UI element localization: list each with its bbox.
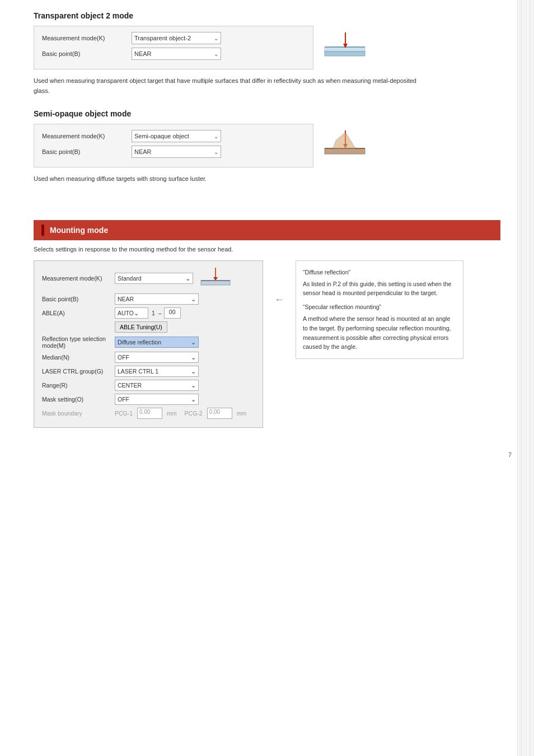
semi-opaque-form-area: Measurement mode(K) Semi-opaque object ⌄… xyxy=(34,124,313,172)
mount-diagram-svg xyxy=(200,267,233,289)
able-dash: – xyxy=(158,310,162,316)
mount-reflection-select[interactable]: Diffuse reflection ⌄ xyxy=(115,337,199,348)
measurement-mode-control: Transparent object-2 ⌄ xyxy=(132,32,221,44)
able-tuning-button[interactable]: ABLE Tuning(U) xyxy=(115,321,167,333)
mounting-body: Selects settings in response to the moun… xyxy=(34,246,500,433)
transparent-object2-form-area: Measurement mode(K) Transparent object-2… xyxy=(34,26,313,74)
basic-point-control: NEAR ⌄ xyxy=(132,48,221,60)
semi-opaque-form: Measurement mode(K) Semi-opaque object ⌄… xyxy=(34,124,313,167)
semi-basic-point-select[interactable]: NEAR ⌄ xyxy=(132,146,221,158)
pcg1-input[interactable]: 0.00 xyxy=(137,408,162,419)
semi-measurement-mode-control: Semi-opaque object ⌄ xyxy=(132,130,221,142)
chevron-down-icon: ⌄ xyxy=(191,354,196,361)
semi-basic-point-label: Basic point(B) xyxy=(42,148,132,155)
mount-able-control: AUTO ⌄ 1 – 00 xyxy=(115,307,181,319)
diffuse-text: As listed in P.2 of this guide, this set… xyxy=(303,279,456,298)
semi-basic-point-control: NEAR ⌄ xyxy=(132,146,221,158)
semi-opaque-diagram xyxy=(322,129,369,162)
specular-text: A method where the sensor head is mounte… xyxy=(303,314,456,352)
mount-diagram xyxy=(200,267,233,291)
svg-marker-9 xyxy=(333,132,355,148)
chevron-down-icon: ⌄ xyxy=(191,339,196,346)
mount-basic-point-control: NEAR ⌄ xyxy=(115,293,199,305)
mounting-layout: Measurement mode(K) Standard ⌄ xyxy=(34,260,500,428)
mount-laser-ctrl-label: LASER CTRL group(G) xyxy=(42,368,115,375)
svg-rect-10 xyxy=(201,281,230,285)
transparent-object2-title: Transparent object 2 mode xyxy=(34,11,500,20)
mount-laser-ctrl-row: LASER CTRL group(G) LASER CTRL 1 ⌄ xyxy=(42,366,255,377)
transparent-object2-section: Transparent object 2 mode Measurement mo… xyxy=(34,11,500,96)
diffuse-heading: “Diffuse reflection” xyxy=(303,268,456,277)
basic-point-select[interactable]: NEAR ⌄ xyxy=(132,48,221,60)
header-bar xyxy=(41,225,44,236)
transparent-object2-description: Used when measuring transparent object t… xyxy=(34,76,425,96)
mount-measurement-mode-select[interactable]: Standard ⌄ xyxy=(115,273,193,284)
mount-mask-setting-control: OFF ⌄ xyxy=(115,394,199,405)
mount-mask-boundary-label: Mask boundary xyxy=(42,410,115,417)
chevron-down-icon: ⌄ xyxy=(191,368,196,375)
mounting-mode-header: Mounting mode xyxy=(34,220,500,240)
chevron-down-icon: ⌄ xyxy=(214,51,218,57)
mount-able-row: ABLE(A) AUTO ⌄ 1 – 00 xyxy=(42,307,255,319)
mount-basic-point-select[interactable]: NEAR ⌄ xyxy=(115,293,199,305)
mounting-mode-section: Mounting mode Selects settings in respon… xyxy=(34,220,500,433)
arrow-connector: ← xyxy=(274,294,284,306)
mount-measurement-mode-label: Measurement mode(K) xyxy=(42,275,115,282)
left-arrow-icon: ← xyxy=(274,294,284,306)
transparent-object2-form: Measurement mode(K) Transparent object-2… xyxy=(34,26,313,69)
pcg1-label: PCG-1 xyxy=(115,410,133,417)
basic-point-row: Basic point(B) NEAR ⌄ xyxy=(42,48,305,60)
mount-median-select[interactable]: OFF ⌄ xyxy=(115,352,199,363)
semi-opaque-section: Semi-opaque object mode Measurement mode… xyxy=(34,109,500,184)
mounting-description: Selects settings in response to the moun… xyxy=(34,246,500,253)
chevron-down-icon: ⌄ xyxy=(134,310,139,316)
mount-measurement-mode-control: Standard ⌄ xyxy=(115,267,233,291)
mount-mask-boundary-row: Mask boundary PCG-1 0.00 mm PCG-2 0.00 xyxy=(42,408,255,419)
semi-measurement-mode-select[interactable]: Semi-opaque object ⌄ xyxy=(132,130,221,142)
semi-opaque-description: Used when measuring diffuse targets with… xyxy=(34,174,425,184)
mount-able-tuning-row: ABLE Tuning(U) xyxy=(42,321,255,333)
chevron-down-icon: ⌄ xyxy=(214,35,218,41)
chevron-down-icon: ⌄ xyxy=(191,296,196,302)
basic-point-label: Basic point(B) xyxy=(42,50,132,57)
measurement-mode-label: Measurement mode(K) xyxy=(42,35,132,41)
mount-mask-setting-select[interactable]: OFF ⌄ xyxy=(115,394,199,405)
semi-measurement-mode-row: Measurement mode(K) Semi-opaque object ⌄ xyxy=(42,130,305,142)
mount-mask-setting-row: Mask setting(O) OFF ⌄ xyxy=(42,394,255,405)
mount-laser-ctrl-select[interactable]: LASER CTRL 1 ⌄ xyxy=(115,366,199,377)
chevron-down-icon: ⌄ xyxy=(191,396,196,403)
measurement-mode-select[interactable]: Transparent object-2 ⌄ xyxy=(132,32,221,44)
mount-mask-setting-label: Mask setting(O) xyxy=(42,396,115,403)
svg-rect-1 xyxy=(325,52,365,56)
spacer xyxy=(34,198,500,220)
svg-marker-13 xyxy=(213,277,218,281)
svg-rect-5 xyxy=(325,148,365,154)
semi-basic-point-row: Basic point(B) NEAR ⌄ xyxy=(42,146,305,158)
mount-able-select[interactable]: AUTO ⌄ xyxy=(115,307,148,319)
mount-range-row: Range(R) CENTER ⌄ xyxy=(42,380,255,391)
mount-basic-point-label: Basic point(B) xyxy=(42,296,115,302)
measurement-mode-row: Measurement mode(K) Transparent object-2… xyxy=(42,32,305,44)
mount-able-input[interactable]: 00 xyxy=(164,307,181,319)
mount-median-row: Median(N) OFF ⌄ xyxy=(42,352,255,363)
semi-measurement-mode-label: Measurement mode(K) xyxy=(42,133,132,139)
mount-range-label: Range(R) xyxy=(42,382,115,389)
mount-laser-ctrl-control: LASER CTRL 1 ⌄ xyxy=(115,366,199,377)
pcg2-input[interactable]: 0.00 xyxy=(207,408,232,419)
mount-median-label: Median(N) xyxy=(42,354,115,361)
mount-range-select[interactable]: CENTER ⌄ xyxy=(115,380,199,391)
semi-diagram-svg xyxy=(322,129,369,160)
chevron-down-icon: ⌄ xyxy=(214,149,218,155)
mount-reflection-label: Reflection type selection mode(M) xyxy=(42,335,115,349)
semi-opaque-title: Semi-opaque object mode xyxy=(34,109,500,118)
mount-reflection-control: Diffuse reflection ⌄ xyxy=(115,337,199,348)
svg-rect-0 xyxy=(325,47,365,52)
specular-heading: “Specular reflection mounting” xyxy=(303,302,456,312)
mask-boundary-values: PCG-1 0.00 mm PCG-2 0.00 mm xyxy=(115,408,246,419)
mounting-mode-title: Mounting mode xyxy=(50,226,108,235)
mount-basic-point-row: Basic point(B) NEAR ⌄ xyxy=(42,293,255,305)
mount-reflection-row: Reflection type selection mode(M) Diffus… xyxy=(42,335,255,349)
pcg2-unit: mm xyxy=(237,410,247,417)
able-num-value: 1 xyxy=(151,310,156,316)
mount-median-control: OFF ⌄ xyxy=(115,352,199,363)
